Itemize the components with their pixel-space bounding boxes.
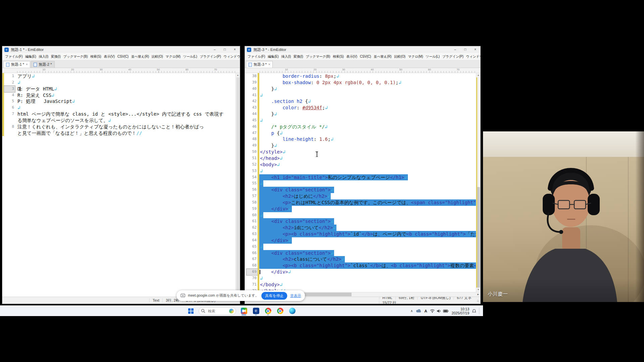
menu-item[interactable]: ファイル(F) xyxy=(4,54,24,59)
code-line[interactable]: 57 <h2>はじめに</h2>↲ xyxy=(245,193,476,199)
system-tray-cluster[interactable] xyxy=(430,309,448,313)
code-line[interactable]: 64 </div>↲ xyxy=(245,237,476,244)
code-line[interactable]: 8注意！くれぐれも、インタラクティブな凝ったものとかにはしないこと！初心者がぱっ xyxy=(2,124,235,130)
code-line[interactable]: 71</body>↲ xyxy=(245,282,476,288)
code-line[interactable]: 3D: データ HTML↲ xyxy=(2,86,235,92)
tab-untitled2[interactable]: 無題-2 * xyxy=(31,61,54,68)
scroll-up-arrow[interactable]: ▲ xyxy=(476,73,480,77)
tab-close-icon[interactable]: × xyxy=(268,63,270,66)
tab-untitled3[interactable]: 無題-3 * × xyxy=(246,61,273,68)
menu-item[interactable]: プラグイン(P) xyxy=(441,54,465,59)
menu-item[interactable]: ウィンドウ(W) xyxy=(222,54,240,59)
code-line[interactable]: 2↲ xyxy=(2,79,235,86)
code-line[interactable]: 60↲ xyxy=(245,212,476,219)
menu-item[interactable]: 並べ替え(R) xyxy=(372,54,393,59)
code-line[interactable]: 63 <p><b class="highlight">`id`</b>は、ページ… xyxy=(245,231,476,237)
code-line[interactable]: 40 }↲ xyxy=(245,86,476,92)
close-button[interactable]: × xyxy=(230,46,240,53)
code-line[interactable]: 47 p {↲ xyxy=(245,130,476,136)
code-line[interactable]: 70↲ xyxy=(245,275,476,282)
text-area[interactable]: 1アプリ↲2↲3D: データ HTML↲4R: 見栄え CSS↲5P: 処理 J… xyxy=(2,73,235,297)
vertical-scrollbar[interactable]: ▲ ▼ xyxy=(235,73,240,297)
code-line[interactable]: 7html ページ内で簡単な class, id と <style>...</s… xyxy=(2,111,235,117)
minimize-button[interactable]: – xyxy=(210,46,220,53)
taskbar-app-emeditor[interactable]: e xyxy=(252,307,260,315)
scrollbar-thumb[interactable] xyxy=(236,77,239,292)
menu-item[interactable]: マクロ(M) xyxy=(164,54,182,59)
menu-item[interactable]: ツール(L) xyxy=(424,54,441,59)
hide-link[interactable]: 非表示 xyxy=(290,293,301,298)
title-bar[interactable]: e 無題-1 * - EmEditor – □ × xyxy=(2,46,240,53)
editor-area[interactable]: 38 border-radius: 8px;↲39 box-shadow: 0 … xyxy=(245,73,480,292)
taskbar-search[interactable] xyxy=(199,307,236,315)
vertical-scrollbar[interactable]: ▲ ▼ xyxy=(476,73,480,292)
code-line[interactable]: 66 <div class="section">↲ xyxy=(245,250,476,256)
code-line[interactable]: 5P: 処理 JavaScript↲ xyxy=(2,98,235,105)
start-button[interactable] xyxy=(186,307,195,315)
code-line[interactable]: 58 <p>これはHTMLとCSSの基本的な例です。このページでは、<span … xyxy=(245,199,476,206)
menu-item[interactable]: 検索(S) xyxy=(89,54,102,59)
menu-item[interactable]: ブックマーク(B) xyxy=(62,54,89,59)
menu-item[interactable]: CSV(C) xyxy=(359,55,372,58)
code-line[interactable]: 43 color: #d9534f;↲ xyxy=(245,105,476,111)
code-line[interactable]: 65↲ xyxy=(245,244,476,250)
menu-item[interactable]: CSV(C) xyxy=(116,55,130,58)
code-line[interactable]: 41↲ xyxy=(245,92,476,99)
menu-item[interactable]: ブックマーク(B) xyxy=(305,54,332,59)
status-corner-icon[interactable]: ⌂ xyxy=(477,299,480,302)
code-line[interactable]: 67 <h2>classについて</h2>↲ xyxy=(245,256,476,262)
maximize-button[interactable]: □ xyxy=(460,46,470,53)
code-line[interactable]: 52<body>↲ xyxy=(245,162,476,168)
code-line[interactable]: 59 </div>↲ xyxy=(245,206,476,212)
notification-bell-icon[interactable] xyxy=(472,309,476,313)
scroll-down-arrow[interactable]: ▼ xyxy=(476,288,480,292)
menu-item[interactable]: 検索(S) xyxy=(331,54,345,59)
menu-item[interactable]: ファイル(F) xyxy=(246,54,266,59)
tab-untitled1[interactable]: 無題-1 * × xyxy=(3,61,30,68)
menu-item[interactable]: 編集(E) xyxy=(24,54,37,59)
code-line[interactable]: 61 <div class="section">↲ xyxy=(245,218,476,225)
menu-item[interactable]: 比較(O) xyxy=(393,54,407,59)
show-desktop-button[interactable] xyxy=(479,308,480,314)
code-line[interactable]: 54 <h1 id="main-title">私のシンプルなウェブページ</h1… xyxy=(245,174,476,181)
maximize-button[interactable]: □ xyxy=(220,46,230,53)
menu-item[interactable]: プラグイン(P) xyxy=(199,54,222,59)
code-line[interactable]: 68 <p><b class="highlight">`class`</b>は、… xyxy=(245,262,476,269)
menu-item[interactable]: 変換(I) xyxy=(50,54,62,59)
code-line[interactable]: 46 /* pタグのスタイル */↲ xyxy=(245,124,476,130)
code-line[interactable]: 56 <div class="section">↲ xyxy=(245,187,476,193)
code-line[interactable]: 48 line-height: 1.6;↲ xyxy=(245,136,476,142)
close-button[interactable]: × xyxy=(470,46,480,53)
code-line[interactable]: 50</style>↲ xyxy=(245,149,476,155)
taskbar-app-edge[interactable] xyxy=(288,307,297,315)
menu-item[interactable]: 編集(E) xyxy=(266,54,280,59)
code-line[interactable]: 69 </div>↲ xyxy=(245,269,476,275)
menu-item[interactable]: ツール(L) xyxy=(182,54,199,59)
code-line[interactable]: 53↲ xyxy=(245,168,476,174)
ime-indicator[interactable]: A xyxy=(424,309,427,313)
code-line[interactable]: 39 box-shadow: 0 2px 4px rgba(0, 0, 0, 0… xyxy=(245,79,476,86)
title-bar[interactable]: e 無題-3 * - EmEditor – □ × xyxy=(245,46,480,53)
menu-item[interactable]: 挿入(I) xyxy=(280,54,292,59)
code-line[interactable]: 49 }↲ xyxy=(245,142,476,149)
onedrive-cloud-icon[interactable] xyxy=(416,309,421,313)
tab-close-icon[interactable]: × xyxy=(26,63,28,66)
menu-item[interactable]: ウィンドウ(W) xyxy=(465,54,480,59)
code-line[interactable]: 55↲ xyxy=(245,180,476,187)
menu-item[interactable]: 表示(V) xyxy=(345,54,359,59)
code-line[interactable]: 62 <h2>idについて</h2>↲ xyxy=(245,225,476,231)
code-line[interactable]: 44 }↲ xyxy=(245,111,476,117)
code-line[interactable]: 38 border-radius: 8px;↲ xyxy=(245,73,476,79)
menu-item[interactable]: マクロ(M) xyxy=(407,54,425,59)
taskbar-clock[interactable]: 10:13 2025/07/19 xyxy=(451,307,469,315)
code-line[interactable]: と見て一画面で「なるほど！」と思える程度のもので！// xyxy=(2,130,235,136)
code-line[interactable]: る簡単なウェブページのソースを示して。↲ xyxy=(2,117,235,124)
taskbar-app-chrome-2[interactable] xyxy=(276,307,284,315)
menu-item[interactable]: 挿入(I) xyxy=(38,54,50,59)
menu-item[interactable]: 変換(I) xyxy=(292,54,304,59)
editor-area[interactable]: 1アプリ↲2↲3D: データ HTML↲4R: 見栄え CSS↲5P: 処理 J… xyxy=(2,73,240,297)
code-line[interactable]: 1アプリ↲ xyxy=(2,73,235,79)
menu-item[interactable]: 比較(O) xyxy=(150,54,164,59)
taskbar-app-chrome[interactable] xyxy=(264,307,272,315)
text-area[interactable]: 38 border-radius: 8px;↲39 box-shadow: 0 … xyxy=(245,73,476,292)
